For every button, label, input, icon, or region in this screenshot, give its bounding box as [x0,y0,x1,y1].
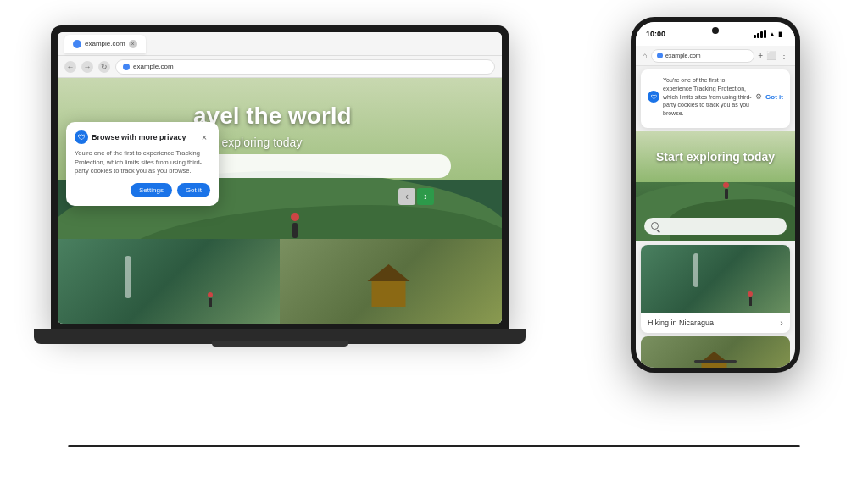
menu-icon[interactable]: ⋮ [780,51,788,60]
phone-privacy-icon: 🛡 [648,91,659,103]
phone-cabin-card[interactable] [641,336,790,368]
phone-got-it-button[interactable]: Got it [765,93,783,101]
figure-body [292,223,298,238]
phone-camera-cutout [712,27,719,34]
phone-card-waterfall [693,253,698,287]
laptop-browser-tab[interactable]: example.com × [64,35,146,53]
phone-url-text: example.com [665,53,701,58]
laptop: example.com × ← → ↻ example.com [51,25,526,432]
cabin-body [372,281,406,307]
laptop-tab-bar: example.com × [58,32,502,56]
tab-favicon-icon [73,40,81,48]
phone-card-arrow-icon[interactable]: › [780,318,783,328]
phone-screen: 10:00 ▲ ▮ ⌂ [636,22,795,368]
laptop-hero-subtitle: Start exploring today [193,136,485,149]
popup-close-button[interactable]: × [198,131,210,143]
forward-button[interactable]: → [81,61,93,73]
prev-arrow-button[interactable]: ‹ [398,188,415,205]
tab-close-button[interactable]: × [129,40,137,48]
bottom-line-decoration [68,445,800,447]
phone-figure-head [723,182,729,188]
laptop-website: avel the world Start exploring today ‹ › [58,78,502,324]
phone-home-bar [694,360,737,363]
phone-toolbar-icons: + ⬜ ⋮ [758,51,788,60]
phone-privacy-header: 🛡 You're one of the first to experience … [648,76,783,118]
thumbnail-1 [58,239,280,324]
address-favicon-icon [123,64,130,70]
phone-search-icon [651,222,659,230]
laptop-body: example.com × ← → ↻ example.com [51,25,509,330]
phone-figure-body [725,189,728,199]
add-tab-icon[interactable]: + [758,51,763,60]
privacy-popup: 🛡 Browse with more privacy × You're one … [66,122,219,206]
laptop-nav-arrows: ‹ › [398,188,434,205]
phone-privacy-actions: ⚙ Got it [755,92,783,101]
battery-icon: ▮ [778,30,782,38]
waterfall-decoration [125,256,131,298]
popup-actions: Settings Got it [75,183,210,197]
phone-card-title: Hiking in Nicaragua [648,319,714,327]
wifi-icon: ▲ [769,30,776,38]
phone: 10:00 ▲ ▮ ⌂ [631,17,800,373]
phone-cabin-body [702,363,727,368]
thumbnail-1-bg [58,239,280,324]
thumbnail-2 [280,239,502,324]
tabs-icon[interactable]: ⬜ [766,51,776,60]
settings-button[interactable]: Settings [131,183,172,197]
popup-body-text: You're one of the first to experience Tr… [75,149,210,176]
scene: example.com × ← → ↻ example.com [0,0,868,488]
figure-head [291,213,299,221]
phone-favicon-icon [657,53,663,58]
laptop-base [34,329,526,344]
signal-bar-3 [760,31,763,38]
phone-card-figure [748,291,753,306]
phone-card-info: Hiking in Nicaragua › [641,313,790,333]
phone-hiking-card[interactable]: Hiking in Nicaragua › [641,245,790,333]
refresh-button[interactable]: ↻ [98,61,110,73]
signal-bar-2 [757,33,760,38]
back-button[interactable]: ← [64,61,76,73]
thumbnail-2-bg [280,239,502,324]
phone-card-image [641,245,790,313]
signal-bars-icon [754,30,766,38]
thumb-figure-head [208,292,213,297]
tab-url-label: example.com [85,40,125,47]
phone-browser-chrome: ⌂ example.com + ⬜ ⋮ [636,46,795,66]
got-it-button[interactable]: Got it [177,183,210,197]
cabin-decoration [372,264,410,307]
phone-hero-text: Start exploring today [636,150,795,164]
thumb-figure-body [209,298,212,307]
phone-address-bar[interactable]: example.com [651,49,754,63]
phone-status-bar: 10:00 ▲ ▮ [636,22,795,46]
popup-header: 🛡 Browse with more privacy × [75,130,210,144]
phone-privacy-notification: 🛡 You're one of the first to experience … [641,69,790,128]
laptop-thumbnails [58,239,502,324]
popup-privacy-icon: 🛡 [75,130,88,144]
home-icon[interactable]: ⌂ [643,51,648,60]
laptop-hero-title: avel the world [193,102,485,130]
address-bar-text: example.com [133,63,174,70]
laptop-search-bar[interactable] [185,154,451,178]
phone-signal-icons: ▲ ▮ [754,30,782,38]
signal-bar-4 [764,30,766,38]
laptop-address-bar[interactable]: example.com [115,59,495,75]
phone-search-bar[interactable] [644,218,787,235]
signal-bar-1 [754,35,756,38]
phone-hero: Start exploring today [636,131,795,241]
laptop-address-bar-row: ← → ↻ example.com [58,56,502,78]
phone-shell: 10:00 ▲ ▮ ⌂ [631,17,800,373]
phone-card-fig-body [749,297,752,306]
phone-website: Start exploring today [636,131,795,368]
phone-time: 10:00 [646,30,665,38]
cabin-roof [368,264,410,281]
laptop-screen: example.com × ← → ↻ example.com [58,32,502,324]
next-arrow-button[interactable]: › [417,188,434,205]
phone-privacy-text: You're one of the first to experience Tr… [663,76,752,118]
phone-settings-icon[interactable]: ⚙ [755,92,762,101]
phone-hero-title: Start exploring today [636,150,795,164]
phone-hero-figure [723,182,729,199]
popup-title: Browse with more privacy [92,133,195,141]
phone-card-fig-head [748,291,753,297]
laptop-hero-text: avel the world Start exploring today [193,102,485,149]
